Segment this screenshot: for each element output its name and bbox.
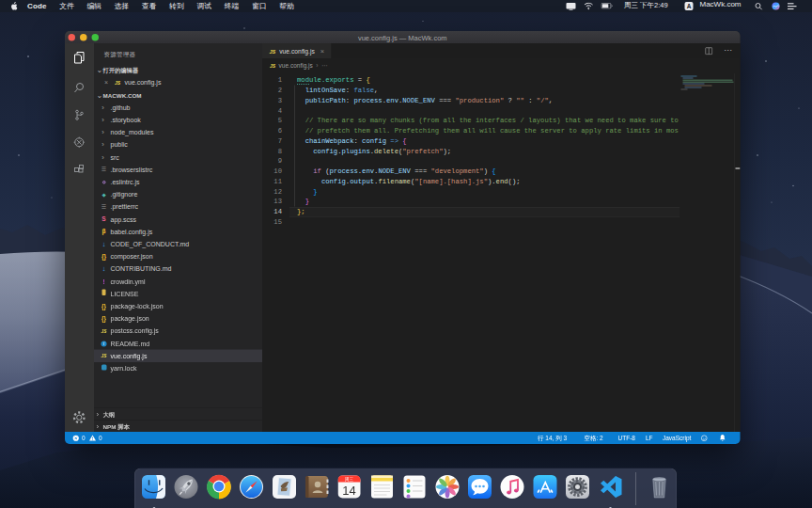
svg-text:14: 14 xyxy=(342,484,355,498)
svg-text:周三: 周三 xyxy=(345,477,354,482)
